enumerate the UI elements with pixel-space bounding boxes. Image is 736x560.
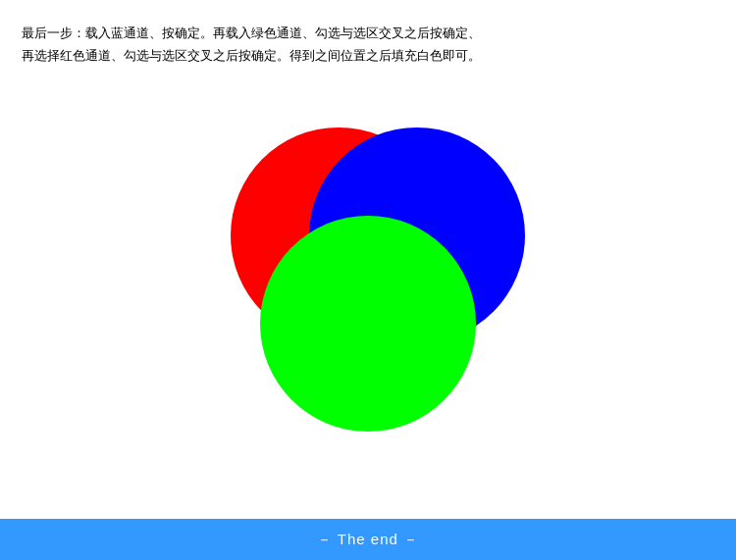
footer-bar: － The end － — [0, 519, 736, 560]
instruction-line2: 再选择红色通道、勾选与选区交叉之后按确定。得到之间位置之后填充白色即可。 — [22, 44, 714, 67]
instruction-line1: 最后一步：载入蓝通道、按确定。再载入绿色通道、勾选与选区交叉之后按确定、 — [22, 22, 714, 44]
venn-diagram — [182, 98, 554, 451]
svg-point-8 — [260, 216, 476, 432]
footer-text: － The end － — [317, 531, 419, 549]
instruction-block: 最后一步：载入蓝通道、按确定。再载入绿色通道、勾选与选区交叉之后按确定、 再选择… — [22, 22, 714, 68]
